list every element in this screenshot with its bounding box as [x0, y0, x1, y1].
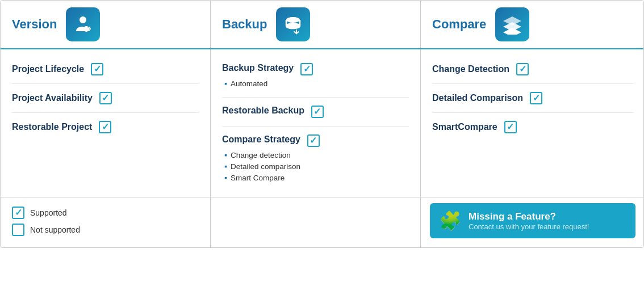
svg-point-4: [286, 17, 300, 23]
compare-header: Compare: [421, 1, 644, 48]
compare-strategy-label: Compare Strategy: [222, 134, 300, 145]
backup-column: Backup Strategy Automated Restorable Bac…: [211, 49, 421, 197]
database-icon: [283, 14, 303, 35]
missing-text-block: Missing a Feature? Contact us with your …: [469, 211, 589, 231]
compare-strategy-checkbox: [307, 134, 320, 147]
backup-header: Backup: [211, 1, 421, 48]
backup-strategy-subitems: Automated: [224, 78, 409, 89]
legend-area: Supported Not supported: [1, 197, 210, 247]
person-key-icon: [73, 14, 93, 35]
compare-strategy-header: Compare Strategy: [222, 134, 409, 147]
version-column: Project Lifecycle Project Availability R…: [1, 49, 211, 197]
missing-feature-banner[interactable]: 🧩 Missing a Feature? Contact us with you…: [430, 203, 635, 238]
feature-table: Version Backup: [0, 0, 644, 248]
missing-title: Missing a Feature?: [469, 211, 589, 222]
automated-item: Automated: [224, 78, 409, 89]
project-availability-row: Project Availability: [12, 84, 199, 113]
missing-subtitle: Contact us with your feature request!: [469, 222, 589, 231]
legend-column: Supported Not supported: [1, 197, 211, 247]
backup-strategy-label: Backup Strategy: [222, 63, 294, 73]
version-icon-box: [66, 7, 100, 41]
not-supported-checkbox-legend: [12, 224, 24, 236]
compare-strategy-subitems: Change detection Detailed comparison Sma…: [224, 149, 409, 183]
body-grid: Project Lifecycle Project Availability R…: [1, 49, 643, 197]
not-supported-label: Not supported: [30, 225, 80, 234]
project-lifecycle-checkbox: [91, 63, 103, 75]
detailed-comparison-checkbox: [530, 92, 542, 104]
restorable-backup-label: Restorable Backup: [222, 106, 304, 116]
change-detection-checkbox: [516, 63, 529, 75]
restorable-project-checkbox: [99, 121, 111, 133]
svg-marker-8: [503, 28, 521, 35]
backup-icon-box: [276, 7, 310, 41]
change-detection-label: Change Detection: [432, 64, 509, 74]
bottom-row: Supported Not supported 🧩 Missing a Feat…: [1, 197, 643, 247]
supported-checkbox-legend: [12, 207, 24, 219]
change-detection-row: Change Detection: [432, 55, 633, 84]
compare-strategy-block: Compare Strategy Change detection Detail…: [222, 127, 409, 191]
not-supported-legend: Not supported: [12, 224, 199, 236]
version-title: Version: [12, 17, 57, 32]
backup-strategy-checkbox: [300, 63, 313, 75]
project-availability-label: Project Availability: [12, 93, 93, 103]
backup-strategy-header: Backup Strategy: [222, 63, 409, 75]
project-availability-checkbox: [99, 92, 112, 104]
detailed-comparison-sub: Detailed comparison: [224, 161, 409, 172]
compare-title: Compare: [432, 17, 486, 32]
header-row: Version Backup: [1, 1, 643, 49]
smart-compare-label: SmartCompare: [432, 122, 497, 132]
version-header: Version: [1, 1, 211, 48]
project-lifecycle-label: Project Lifecycle: [12, 64, 84, 74]
backup-bottom: [211, 197, 421, 247]
compare-icon-box: [495, 7, 529, 41]
missing-feature-icon: 🧩: [439, 210, 462, 231]
backup-strategy-block: Backup Strategy Automated: [222, 55, 409, 98]
restorable-project-label: Restorable Project: [12, 122, 92, 132]
backup-title: Backup: [222, 17, 267, 32]
compare-column: Change Detection Detailed Comparison Sma…: [421, 49, 644, 197]
supported-legend: Supported: [12, 207, 199, 219]
smart-compare-checkbox: [504, 121, 517, 133]
supported-label: Supported: [30, 208, 67, 217]
layers-icon: [502, 14, 522, 35]
restorable-backup-block: Restorable Backup: [222, 98, 409, 127]
detailed-comparison-row: Detailed Comparison: [432, 84, 633, 113]
smart-compare-sub: Smart Compare: [224, 172, 409, 183]
detailed-comparison-label: Detailed Comparison: [432, 93, 523, 103]
change-detection-sub: Change detection: [224, 149, 409, 161]
svg-point-0: [80, 16, 86, 23]
compare-bottom: 🧩 Missing a Feature? Contact us with you…: [421, 197, 644, 247]
restorable-project-row: Restorable Project: [12, 113, 199, 141]
smart-compare-row: SmartCompare: [432, 113, 633, 141]
restorable-backup-header: Restorable Backup: [222, 106, 409, 118]
restorable-backup-checkbox: [311, 106, 324, 118]
project-lifecycle-row: Project Lifecycle: [12, 55, 199, 84]
